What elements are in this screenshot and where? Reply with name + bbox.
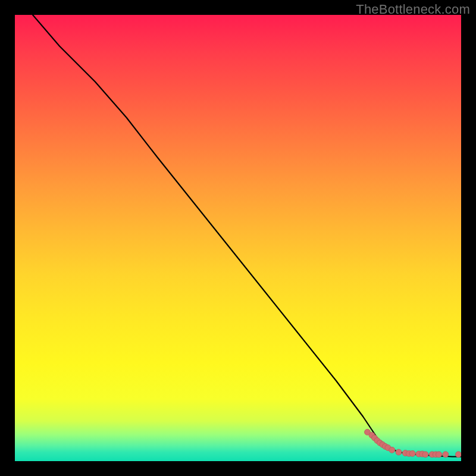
- data-point-dot: [396, 449, 402, 455]
- data-point-dot: [374, 438, 380, 444]
- bottom-dots-group: [365, 429, 462, 458]
- data-point-dot: [422, 452, 428, 458]
- data-point-dot: [416, 451, 422, 457]
- data-point-dot: [369, 433, 375, 439]
- data-point-dot: [419, 451, 425, 457]
- data-point-dot: [380, 441, 386, 447]
- data-point-dot: [433, 452, 439, 458]
- data-point-dot: [377, 440, 383, 446]
- data-point-dot: [409, 450, 415, 456]
- data-point-dot: [429, 452, 435, 458]
- chart-overlay-svg: [15, 15, 461, 461]
- data-point-dot: [443, 452, 449, 458]
- main-curve-line: [33, 15, 461, 457]
- data-point-dot: [389, 447, 395, 453]
- data-point-dot: [436, 452, 442, 458]
- data-point-dot: [385, 445, 391, 451]
- data-point-dot: [383, 443, 389, 449]
- data-point-dot: [372, 435, 378, 441]
- plot-area: [15, 15, 461, 461]
- chart-stage: TheBottleneck.com: [0, 0, 476, 476]
- data-point-dot: [456, 452, 462, 458]
- data-point-dot: [406, 450, 412, 456]
- data-point-dot: [365, 429, 371, 435]
- data-point-dot: [402, 450, 408, 456]
